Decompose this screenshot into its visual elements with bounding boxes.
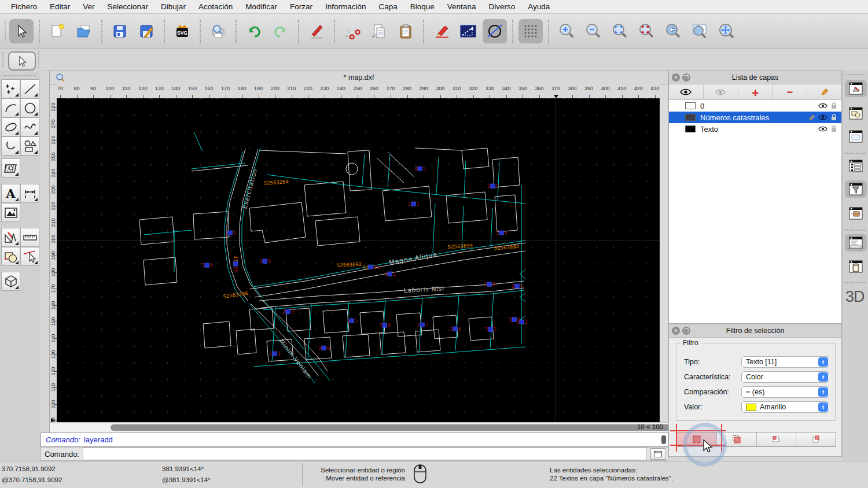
- command-input[interactable]: [83, 448, 647, 460]
- new-file-button[interactable]: [45, 19, 69, 43]
- zoom-out-button[interactable]: [581, 19, 605, 43]
- svg-export-button[interactable]: SVG: [170, 19, 194, 43]
- filter-value-select[interactable]: Amarillo▲▼: [741, 401, 829, 413]
- layer-row-0[interactable]: 0: [669, 100, 841, 112]
- modify-tool-button[interactable]: [1, 247, 20, 266]
- undo-button[interactable]: [242, 19, 266, 43]
- add-layer-button[interactable]: ＋: [738, 84, 773, 99]
- filter-group-label: Filtro: [681, 339, 701, 347]
- image-tool-button[interactable]: [1, 203, 20, 222]
- select-tool-button[interactable]: [9, 19, 34, 43]
- menu-acotación[interactable]: Acotación: [192, 2, 239, 11]
- print-preview-button[interactable]: [206, 19, 230, 43]
- remove-from-selection-button[interactable]: [757, 432, 797, 446]
- select-entity-tool-button[interactable]: [20, 247, 39, 266]
- zoom-previous-button[interactable]: [661, 19, 685, 43]
- solid-3d-tool-button[interactable]: [1, 272, 20, 291]
- menu-capa[interactable]: Capa: [373, 2, 404, 11]
- property-editor-toggle[interactable]: [847, 157, 865, 175]
- pan-button[interactable]: [714, 19, 738, 43]
- history-scrollbar[interactable]: [661, 435, 667, 445]
- close-panel-button[interactable]: ✕: [672, 327, 680, 335]
- layer-lock-icon[interactable]: [831, 114, 837, 121]
- filter-characteristic-select[interactable]: Color▲▼: [741, 371, 829, 383]
- edit-layer-button[interactable]: ✎: [807, 84, 841, 99]
- draw-pencil-button[interactable]: [429, 19, 454, 43]
- dock-handle: [846, 74, 865, 75]
- layer-visible-icon[interactable]: [818, 103, 827, 109]
- layer-row-texto[interactable]: Texto: [669, 123, 841, 135]
- save-as-button[interactable]: [134, 19, 159, 43]
- layer-visible-icon[interactable]: [818, 126, 827, 132]
- line-tool-button[interactable]: [20, 79, 39, 98]
- detach-panel-button[interactable]: ❐: [682, 73, 690, 82]
- canvas-horizontal-scrollbar[interactable]: 10 < 100: [50, 422, 669, 432]
- selection-tool-button[interactable]: [8, 51, 36, 71]
- arc-tool-button[interactable]: [1, 98, 20, 117]
- layer-lock-icon[interactable]: [831, 125, 837, 132]
- zoom-auto-button[interactable]: [687, 19, 712, 43]
- redo-button[interactable]: [269, 19, 293, 43]
- erase-button[interactable]: [304, 19, 329, 43]
- ellipse-tool-button[interactable]: [1, 117, 20, 136]
- menu-dibujar[interactable]: Dibujar: [155, 2, 192, 11]
- menu-editar[interactable]: Editar: [43, 2, 76, 11]
- circle-tool-button[interactable]: [20, 98, 39, 117]
- zoom-in-button[interactable]: [554, 19, 579, 43]
- dimension-tool-button[interactable]: [20, 184, 39, 203]
- clipboard-panel-toggle[interactable]: [847, 258, 865, 275]
- measure-tool-button[interactable]: [20, 228, 39, 247]
- intersect-selection-button[interactable]: [796, 432, 836, 446]
- open-file-button[interactable]: [72, 19, 96, 43]
- layers-panel-toggle[interactable]: [845, 80, 867, 97]
- menu-seleccionar[interactable]: Seleccionar: [101, 2, 155, 11]
- menu-fichero[interactable]: Fichero: [5, 2, 43, 11]
- edit-pencil-icon[interactable]: ✎: [807, 114, 816, 121]
- filter-comparison-select[interactable]: = (es)▲▼: [741, 386, 829, 398]
- command-line-toggle[interactable]: [845, 234, 867, 252]
- menu-ayuda[interactable]: Ayuda: [521, 2, 556, 11]
- save-button[interactable]: [108, 19, 132, 43]
- show-all-layers-button[interactable]: [669, 84, 704, 99]
- layer-lock-icon[interactable]: [831, 102, 837, 109]
- menu-información[interactable]: Información: [319, 2, 373, 11]
- paste-button[interactable]: [393, 19, 418, 43]
- selection-filter-toggle[interactable]: [845, 180, 867, 198]
- zoom-window-button[interactable]: [634, 19, 659, 43]
- pattern-panel-toggle[interactable]: [847, 205, 865, 222]
- menu-diverso[interactable]: Diverso: [482, 2, 521, 11]
- history-scrollbar-thumb[interactable]: [661, 435, 666, 444]
- menu-ver[interactable]: Ver: [76, 2, 101, 11]
- draw-tools-button[interactable]: [1, 228, 20, 247]
- remove-layer-button[interactable]: －: [773, 84, 807, 99]
- command-line: Comando:: [41, 447, 668, 461]
- ortho-mode-button[interactable]: [456, 19, 480, 43]
- copy-button[interactable]: +: [367, 19, 391, 43]
- blocks-panel-toggle[interactable]: [847, 105, 865, 122]
- main-toolbar: SVG + +: [0, 14, 868, 49]
- show-current-layer-button[interactable]: [704, 84, 738, 99]
- spline-tool-button[interactable]: [20, 117, 39, 136]
- text-tool-button[interactable]: A: [1, 184, 20, 203]
- cut-button[interactable]: +: [340, 19, 365, 43]
- layer-visible-icon[interactable]: [818, 114, 827, 120]
- close-panel-button[interactable]: ✕: [672, 73, 680, 82]
- shape-tool-button[interactable]: [20, 136, 39, 156]
- restrict-off-button[interactable]: [483, 19, 507, 43]
- grid-toggle-button[interactable]: [518, 19, 543, 43]
- point-tool-button[interactable]: [1, 79, 20, 98]
- menu-forzar[interactable]: Forzar: [284, 2, 319, 11]
- zoom-fit-button[interactable]: [608, 19, 632, 43]
- detach-panel-button[interactable]: ❐: [682, 327, 690, 335]
- views-panel-toggle[interactable]: [847, 128, 865, 145]
- layer-row-numeros-catastrales[interactable]: Números catastrales ✎: [669, 112, 841, 123]
- polyline-tool-button[interactable]: [1, 136, 20, 156]
- scrollbar-thumb[interactable]: [111, 424, 689, 431]
- filter-type-select[interactable]: Texto [11]▲▼: [741, 356, 829, 368]
- drawing-canvas[interactable]: ExercitationMagna AliquaLaboris NisiMini…: [57, 98, 660, 422]
- hatch-tool-button[interactable]: [1, 158, 20, 178]
- menu-ventana[interactable]: Ventana: [441, 2, 483, 11]
- command-window-toggle-button[interactable]: [650, 448, 665, 460]
- menu-bloque[interactable]: Bloque: [404, 2, 441, 11]
- menu-modificar[interactable]: Modificar: [239, 2, 284, 11]
